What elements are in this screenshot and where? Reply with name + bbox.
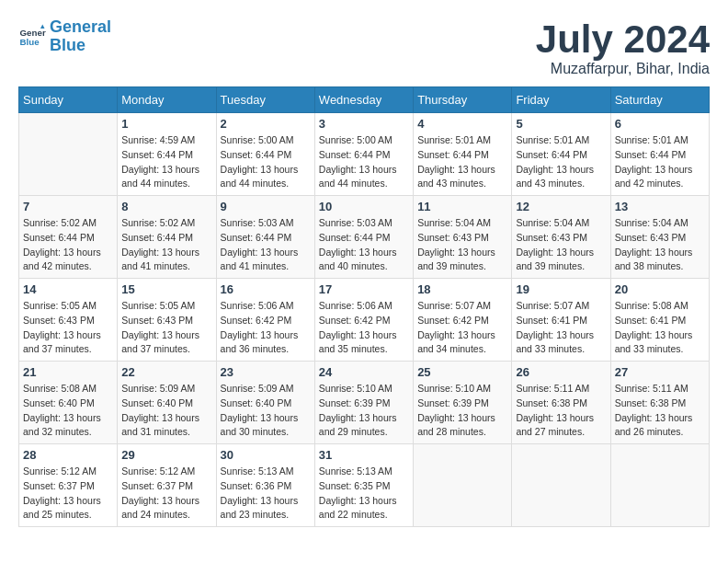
calendar-cell: 14Sunrise: 5:05 AM Sunset: 6:43 PM Dayli… [19,279,118,362]
calendar-cell: 1Sunrise: 4:59 AM Sunset: 6:44 PM Daylig… [118,113,216,196]
day-info: Sunrise: 5:06 AM Sunset: 6:42 PM Dayligh… [221,299,311,357]
day-number: 23 [221,365,311,379]
day-info: Sunrise: 5:02 AM Sunset: 6:44 PM Dayligh… [23,216,113,274]
calendar-table: SundayMondayTuesdayWednesdayThursdayFrid… [18,86,710,527]
weekday-header: Monday [118,87,216,113]
title-block: July 2024 Muzaffarpur, Bihar, India [536,18,710,77]
calendar-cell: 17Sunrise: 5:06 AM Sunset: 6:42 PM Dayli… [314,279,413,362]
day-info: Sunrise: 5:00 AM Sunset: 6:44 PM Dayligh… [221,133,311,191]
calendar-cell: 15Sunrise: 5:05 AM Sunset: 6:43 PM Dayli… [118,279,216,362]
logo-icon: General Blue [18,23,46,51]
calendar-cell: 25Sunrise: 5:10 AM Sunset: 6:39 PM Dayli… [414,362,512,444]
calendar-cell: 27Sunrise: 5:11 AM Sunset: 6:38 PM Dayli… [610,362,709,444]
day-info: Sunrise: 5:01 AM Sunset: 6:44 PM Dayligh… [417,133,507,191]
day-number: 10 [319,200,409,213]
day-info: Sunrise: 5:05 AM Sunset: 6:43 PM Dayligh… [23,299,113,357]
day-number: 2 [221,117,311,131]
calendar-cell: 16Sunrise: 5:06 AM Sunset: 6:42 PM Dayli… [216,279,314,362]
calendar-cell: 12Sunrise: 5:04 AM Sunset: 6:43 PM Dayli… [512,196,610,279]
day-number: 3 [319,117,409,131]
day-info: Sunrise: 5:06 AM Sunset: 6:42 PM Dayligh… [319,299,409,357]
svg-text:Blue: Blue [20,37,40,47]
location: Muzaffarpur, Bihar, India [536,61,710,77]
day-info: Sunrise: 5:13 AM Sunset: 6:35 PM Dayligh… [319,465,409,523]
day-number: 28 [23,448,113,462]
calendar-cell: 4Sunrise: 5:01 AM Sunset: 6:44 PM Daylig… [414,113,512,196]
day-info: Sunrise: 5:01 AM Sunset: 6:44 PM Dayligh… [615,133,705,191]
day-number: 22 [121,365,211,379]
day-number: 16 [221,282,311,296]
weekday-header: Saturday [610,87,709,113]
calendar-cell: 10Sunrise: 5:03 AM Sunset: 6:44 PM Dayli… [314,196,413,279]
weekday-header: Sunday [19,87,118,113]
calendar-cell: 24Sunrise: 5:10 AM Sunset: 6:39 PM Dayli… [314,362,413,444]
day-number: 17 [319,282,409,296]
calendar-week-row: 14Sunrise: 5:05 AM Sunset: 6:43 PM Dayli… [19,279,710,362]
day-number: 14 [23,282,113,296]
day-info: Sunrise: 5:12 AM Sunset: 6:37 PM Dayligh… [23,465,113,523]
weekday-header: Tuesday [216,87,314,113]
day-number: 4 [417,117,507,131]
calendar-cell: 26Sunrise: 5:11 AM Sunset: 6:38 PM Dayli… [512,362,610,444]
day-number: 27 [615,365,705,379]
calendar-cell [19,113,118,196]
day-number: 1 [121,117,211,131]
day-info: Sunrise: 5:09 AM Sunset: 6:40 PM Dayligh… [121,382,211,440]
day-number: 7 [23,200,113,213]
day-info: Sunrise: 5:08 AM Sunset: 6:41 PM Dayligh… [615,299,705,357]
calendar-cell: 6Sunrise: 5:01 AM Sunset: 6:44 PM Daylig… [610,113,709,196]
day-number: 25 [417,365,507,379]
calendar-cell: 19Sunrise: 5:07 AM Sunset: 6:41 PM Dayli… [512,279,610,362]
day-info: Sunrise: 5:07 AM Sunset: 6:41 PM Dayligh… [516,299,606,357]
day-info: Sunrise: 5:12 AM Sunset: 6:37 PM Dayligh… [121,465,211,523]
day-info: Sunrise: 5:00 AM Sunset: 6:44 PM Dayligh… [319,133,409,191]
logo-text: General Blue [50,18,111,55]
calendar-cell: 28Sunrise: 5:12 AM Sunset: 6:37 PM Dayli… [19,444,118,527]
day-info: Sunrise: 5:11 AM Sunset: 6:38 PM Dayligh… [516,382,606,440]
day-info: Sunrise: 5:01 AM Sunset: 6:44 PM Dayligh… [516,133,606,191]
calendar-cell: 21Sunrise: 5:08 AM Sunset: 6:40 PM Dayli… [19,362,118,444]
calendar-cell: 7Sunrise: 5:02 AM Sunset: 6:44 PM Daylig… [19,196,118,279]
day-number: 9 [221,200,311,213]
day-info: Sunrise: 4:59 AM Sunset: 6:44 PM Dayligh… [121,133,211,191]
logo-line1: General [50,17,111,36]
day-number: 21 [23,365,113,379]
calendar-cell: 3Sunrise: 5:00 AM Sunset: 6:44 PM Daylig… [314,113,413,196]
calendar-cell: 23Sunrise: 5:09 AM Sunset: 6:40 PM Dayli… [216,362,314,444]
calendar-cell: 29Sunrise: 5:12 AM Sunset: 6:37 PM Dayli… [118,444,216,527]
weekday-header: Wednesday [314,87,413,113]
day-info: Sunrise: 5:10 AM Sunset: 6:39 PM Dayligh… [417,382,507,440]
calendar-header-row: SundayMondayTuesdayWednesdayThursdayFrid… [19,87,710,113]
calendar-week-row: 7Sunrise: 5:02 AM Sunset: 6:44 PM Daylig… [19,196,710,279]
day-info: Sunrise: 5:10 AM Sunset: 6:39 PM Dayligh… [319,382,409,440]
day-info: Sunrise: 5:13 AM Sunset: 6:36 PM Dayligh… [221,465,311,523]
day-number: 5 [516,117,606,131]
day-info: Sunrise: 5:11 AM Sunset: 6:38 PM Dayligh… [615,382,705,440]
calendar-cell: 9Sunrise: 5:03 AM Sunset: 6:44 PM Daylig… [216,196,314,279]
day-info: Sunrise: 5:03 AM Sunset: 6:44 PM Dayligh… [221,216,311,274]
calendar-cell [512,444,610,527]
calendar-cell: 13Sunrise: 5:04 AM Sunset: 6:43 PM Dayli… [610,196,709,279]
logo: General Blue General Blue [18,18,111,55]
day-info: Sunrise: 5:04 AM Sunset: 6:43 PM Dayligh… [417,216,507,274]
weekday-header: Thursday [414,87,512,113]
calendar-cell: 31Sunrise: 5:13 AM Sunset: 6:35 PM Dayli… [314,444,413,527]
calendar-cell: 5Sunrise: 5:01 AM Sunset: 6:44 PM Daylig… [512,113,610,196]
calendar-cell: 30Sunrise: 5:13 AM Sunset: 6:36 PM Dayli… [216,444,314,527]
day-number: 11 [417,200,507,213]
day-number: 19 [516,282,606,296]
day-number: 26 [516,365,606,379]
day-info: Sunrise: 5:02 AM Sunset: 6:44 PM Dayligh… [121,216,211,274]
calendar-cell: 11Sunrise: 5:04 AM Sunset: 6:43 PM Dayli… [414,196,512,279]
calendar-week-row: 21Sunrise: 5:08 AM Sunset: 6:40 PM Dayli… [19,362,710,444]
day-info: Sunrise: 5:08 AM Sunset: 6:40 PM Dayligh… [23,382,113,440]
calendar-cell [610,444,709,527]
day-number: 20 [615,282,705,296]
day-number: 8 [121,200,211,213]
day-info: Sunrise: 5:03 AM Sunset: 6:44 PM Dayligh… [319,216,409,274]
day-info: Sunrise: 5:09 AM Sunset: 6:40 PM Dayligh… [221,382,311,440]
calendar-cell [414,444,512,527]
calendar-cell: 2Sunrise: 5:00 AM Sunset: 6:44 PM Daylig… [216,113,314,196]
day-number: 29 [121,448,211,462]
day-number: 24 [319,365,409,379]
